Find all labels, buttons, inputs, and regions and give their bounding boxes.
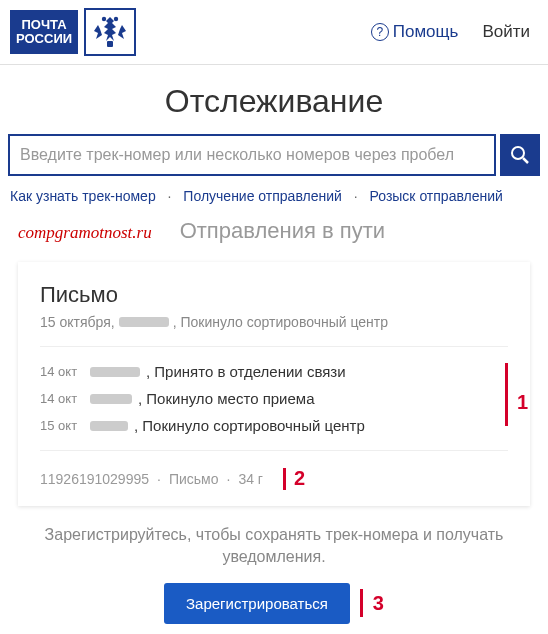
redacted-bar (90, 421, 128, 431)
meta-dot: · (227, 471, 231, 487)
meta-dot: · (157, 471, 161, 487)
redacted-bar (90, 394, 132, 404)
event-text: , Принято в отделении связи (146, 363, 346, 380)
eagle-icon (90, 13, 130, 51)
page-title: Отслеживание (0, 83, 548, 120)
event-row: 14 окт , Принято в отделении связи (40, 363, 482, 380)
event-row: 15 окт , Покинуло сортировочный центр (40, 417, 482, 434)
search-row (0, 134, 548, 176)
event-date: 15 окт (40, 418, 84, 433)
logo-emblem[interactable] (84, 8, 136, 56)
card-title: Письмо (40, 282, 508, 308)
logo-line1: ПОЧТА (16, 18, 72, 32)
login-link[interactable]: Войти (482, 22, 530, 42)
meta-track: 11926191029995 (40, 471, 149, 487)
svg-rect-2 (107, 41, 113, 47)
help-icon: ? (371, 23, 389, 41)
annotation-marker-3 (360, 589, 363, 617)
header: ПОЧТА РОССИИ ? Помощь Войти (0, 0, 548, 65)
register-button[interactable]: Зарегистрироваться (164, 583, 350, 624)
card-subtitle: 15 октября, , Покинуло сортировочный цен… (40, 314, 508, 330)
nav-link-search[interactable]: Розыск отправлений (370, 188, 503, 204)
meta-type: Письмо (169, 471, 219, 487)
help-link[interactable]: ? Помощь (371, 22, 459, 42)
event-row: 14 окт , Покинуло место приема (40, 390, 482, 407)
cta-text: Зарегистрируйтесь, чтобы сохранять трек-… (30, 524, 518, 569)
cta-row: Зарегистрироваться 3 (0, 583, 548, 624)
annotation-marker-2 (283, 468, 286, 490)
annotation-num-2: 2 (294, 467, 305, 490)
card-sub-date: 15 октября, (40, 314, 115, 330)
svg-point-0 (102, 17, 106, 21)
divider (40, 346, 508, 347)
shipment-card[interactable]: Письмо 15 октября, , Покинуло сортировоч… (18, 262, 530, 506)
event-text: , Покинуло место приема (138, 390, 315, 407)
card-sub-status: , Покинуло сортировочный центр (173, 314, 388, 330)
search-button[interactable] (500, 134, 540, 176)
event-date: 14 окт (40, 391, 84, 406)
meta-weight: 34 г (238, 471, 263, 487)
annotation-marker-1 (505, 363, 508, 426)
events-list: 14 окт , Принято в отделении связи 14 ок… (40, 363, 508, 434)
nav-link-track-howto[interactable]: Как узнать трек-номер (10, 188, 156, 204)
section-title: Отправления в пути (180, 218, 385, 244)
divider (40, 450, 508, 451)
event-date: 14 окт (40, 364, 84, 379)
svg-line-4 (523, 158, 528, 163)
help-label: Помощь (393, 22, 459, 42)
annotation-num-1: 1 (517, 391, 528, 414)
logo-line2: РОССИИ (16, 32, 72, 46)
nav-separator: · (168, 188, 172, 204)
nav-link-receive[interactable]: Получение отправлений (183, 188, 342, 204)
watermark: compgramotnost.ru (18, 223, 152, 243)
svg-point-1 (114, 17, 118, 21)
nav-links: Как узнать трек-номер · Получение отправ… (0, 188, 548, 204)
meta-row: 11926191029995 · Письмо · 34 г 2 (40, 467, 508, 490)
search-icon (510, 145, 530, 165)
search-input[interactable] (8, 134, 496, 176)
redacted-bar (119, 317, 169, 327)
svg-point-3 (512, 147, 524, 159)
event-text: , Покинуло сортировочный центр (134, 417, 365, 434)
redacted-bar (90, 367, 140, 377)
annotation-num-3: 3 (373, 592, 384, 615)
logo-text[interactable]: ПОЧТА РОССИИ (10, 10, 78, 55)
nav-separator: · (354, 188, 358, 204)
watermark-row: compgramotnost.ru Отправления в пути (0, 218, 548, 244)
